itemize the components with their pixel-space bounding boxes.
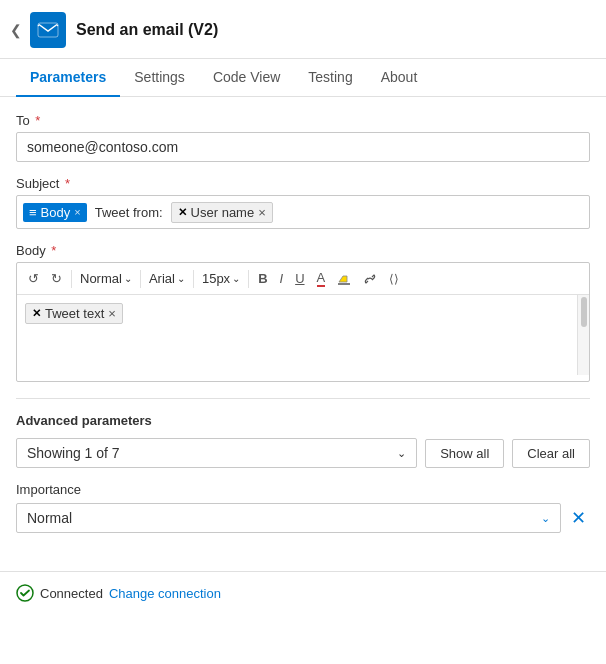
editor-toolbar: ↺ ↻ Normal ⌄ Arial ⌄ 15px ⌄ B [17, 263, 589, 295]
tab-bar: Parameters Settings Code View Testing Ab… [0, 59, 606, 97]
change-connection-link[interactable]: Change connection [109, 586, 221, 601]
code-button[interactable]: ⟨⟩ [384, 269, 404, 289]
subject-username-token[interactable]: ✕ User name × [171, 202, 273, 223]
toolbar-sep-2 [140, 270, 141, 288]
subject-required-indicator: * [61, 176, 70, 191]
connected-icon [16, 584, 34, 602]
size-selector[interactable]: 15px ⌄ [198, 269, 244, 288]
section-divider [16, 398, 590, 399]
token-text-body: Body [41, 205, 71, 220]
toolbar-sep-4 [248, 270, 249, 288]
format-value: Normal [80, 271, 122, 286]
clear-all-button[interactable]: Clear all [512, 439, 590, 468]
importance-label: Importance [16, 482, 590, 497]
editor-token-close[interactable]: × [108, 306, 116, 321]
connected-badge: Connected [16, 584, 103, 602]
importance-clear-button[interactable]: ✕ [567, 505, 590, 531]
size-chevron-icon: ⌄ [232, 273, 240, 284]
scrollbar-thumb [581, 297, 587, 327]
importance-value: Normal [27, 510, 72, 526]
rich-editor: ↺ ↻ Normal ⌄ Arial ⌄ 15px ⌄ B [16, 262, 590, 382]
advanced-section: Advanced parameters Showing 1 of 7 ⌄ Sho… [0, 398, 606, 563]
to-required-indicator: * [32, 113, 41, 128]
code-icon: ⟨⟩ [389, 272, 399, 286]
body-label: Body * [16, 243, 590, 258]
tab-about[interactable]: About [367, 59, 432, 97]
subject-body-token[interactable]: ≡ Body × [23, 203, 87, 222]
body-required-indicator: * [48, 243, 57, 258]
editor-x-logo-icon: ✕ [32, 307, 41, 320]
action-header: ❮ Send an email (V2) [0, 0, 606, 59]
importance-field-group: Importance Normal ⌄ ✕ [16, 482, 590, 533]
to-label: To * [16, 113, 590, 128]
body-field-group: Body * ↺ ↻ Normal ⌄ Arial ⌄ 15px [16, 243, 590, 382]
format-selector[interactable]: Normal ⌄ [76, 269, 136, 288]
token-username-close[interactable]: × [258, 205, 266, 220]
tab-settings[interactable]: Settings [120, 59, 199, 97]
bold-button[interactable]: B [253, 268, 272, 289]
action-icon [30, 12, 66, 48]
token-icon-body: ≡ [29, 205, 37, 220]
importance-dropdown[interactable]: Normal ⌄ [16, 503, 561, 533]
link-button[interactable] [358, 269, 382, 289]
size-value: 15px [202, 271, 230, 286]
subject-static-text: Tweet from: [91, 203, 167, 222]
editor-content[interactable]: ✕ Tweet text × [17, 295, 589, 375]
advanced-dropdown-chevron-icon: ⌄ [397, 447, 406, 460]
to-input[interactable] [16, 132, 590, 162]
subject-token-input[interactable]: ≡ Body × Tweet from: ✕ User name × [16, 195, 590, 229]
main-content: To * Subject * ≡ Body × Tweet from: ✕ Us… [0, 97, 606, 382]
underline-button[interactable]: U [290, 268, 309, 289]
x-logo-icon: ✕ [178, 206, 187, 219]
connected-label: Connected [40, 586, 103, 601]
tab-testing[interactable]: Testing [294, 59, 366, 97]
advanced-dropdown[interactable]: Showing 1 of 7 ⌄ [16, 438, 417, 468]
editor-outer: ✕ Tweet text × [17, 295, 589, 375]
font-chevron-icon: ⌄ [177, 273, 185, 284]
undo-button[interactable]: ↺ [23, 268, 44, 289]
advanced-header: Advanced parameters [16, 413, 590, 428]
importance-row: Normal ⌄ ✕ [16, 503, 590, 533]
advanced-controls: Showing 1 of 7 ⌄ Show all Clear all [16, 438, 590, 468]
font-color-button[interactable]: A [312, 267, 331, 290]
show-all-button[interactable]: Show all [425, 439, 504, 468]
tab-parameters[interactable]: Parameters [16, 59, 120, 97]
action-title: Send an email (V2) [76, 21, 218, 39]
redo-button[interactable]: ↻ [46, 268, 67, 289]
editor-tweet-text-token[interactable]: ✕ Tweet text × [25, 303, 123, 324]
font-selector[interactable]: Arial ⌄ [145, 269, 189, 288]
back-arrow-icon[interactable]: ❮ [10, 22, 22, 38]
editor-scrollbar[interactable] [577, 295, 589, 375]
outlook-mail-icon [37, 19, 59, 41]
tab-code-view[interactable]: Code View [199, 59, 294, 97]
italic-button[interactable]: I [275, 268, 289, 289]
advanced-dropdown-value: Showing 1 of 7 [27, 445, 120, 461]
font-color-label: A [317, 270, 326, 287]
to-field-group: To * [16, 113, 590, 162]
highlight-icon [337, 272, 351, 286]
token-text-username: User name [191, 205, 255, 220]
link-icon [363, 272, 377, 286]
format-chevron-icon: ⌄ [124, 273, 132, 284]
editor-token-text: Tweet text [45, 306, 104, 321]
footer: Connected Change connection [0, 571, 606, 614]
subject-label: Subject * [16, 176, 590, 191]
font-value: Arial [149, 271, 175, 286]
importance-chevron-icon: ⌄ [541, 512, 550, 525]
token-body-close[interactable]: × [74, 206, 80, 218]
toolbar-sep-1 [71, 270, 72, 288]
highlight-button[interactable] [332, 269, 356, 289]
toolbar-sep-3 [193, 270, 194, 288]
subject-field-group: Subject * ≡ Body × Tweet from: ✕ User na… [16, 176, 590, 229]
